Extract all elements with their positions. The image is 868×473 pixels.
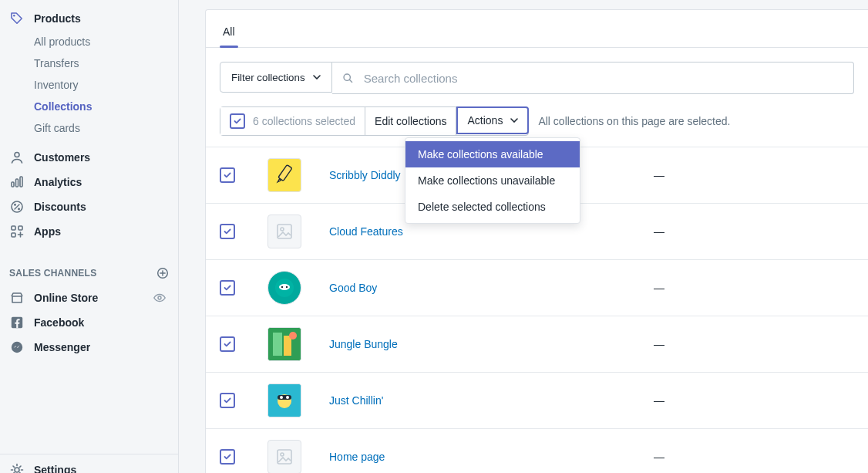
customer-icon	[9, 150, 25, 165]
collection-thumbnail	[267, 440, 301, 473]
sidebar-item-discounts[interactable]: Discounts	[0, 194, 178, 219]
checkbox-all[interactable]	[230, 113, 245, 129]
sidebar-item-products[interactable]: Products	[0, 6, 178, 31]
collection-conditions: —	[640, 204, 868, 260]
collection-link[interactable]: Home page	[329, 451, 385, 463]
dropdown-item-delete[interactable]: Delete selected collections	[405, 194, 580, 220]
svg-point-32	[281, 453, 284, 456]
row-checkbox[interactable]	[220, 449, 235, 465]
row-checkbox[interactable]	[220, 280, 235, 296]
collection-link[interactable]: Jungle Bungle	[329, 338, 398, 350]
search-input[interactable]	[362, 71, 844, 86]
actions-button-label: Actions	[467, 114, 503, 127]
sidebar-item-customers[interactable]: Customers	[0, 145, 178, 170]
sidebar: Products All products Transfers Inventor…	[0, 0, 179, 473]
sidebar-channel-messenger-label: Messenger	[34, 341, 90, 353]
svg-rect-28	[278, 395, 291, 400]
row-checkbox[interactable]	[220, 336, 235, 352]
facebook-icon	[9, 315, 25, 330]
svg-rect-6	[12, 226, 15, 230]
selection-note: All collections on this page are selecte…	[538, 115, 730, 127]
collection-link[interactable]: Scribbly Diddly	[329, 169, 401, 181]
add-channel-icon[interactable]	[155, 265, 170, 281]
main-content: All Filter collections	[179, 0, 868, 473]
caret-down-icon	[313, 75, 321, 79]
collection-thumbnail	[267, 327, 301, 361]
edit-collections-label: Edit collections	[375, 115, 446, 127]
collection-conditions: —	[640, 373, 868, 429]
svg-rect-24	[284, 336, 291, 356]
svg-point-10	[158, 296, 161, 299]
sidebar-sub-collections[interactable]: Collections	[0, 96, 178, 117]
eye-icon[interactable]	[152, 290, 167, 306]
sales-channels-heading-label: SALES CHANNELS	[9, 268, 96, 279]
sidebar-item-settings[interactable]: Settings	[0, 454, 178, 473]
dropdown-item-make-available[interactable]: Make collections available	[405, 141, 580, 167]
selection-count-label: 6 collections selected	[253, 115, 355, 127]
svg-rect-4	[20, 177, 22, 187]
svg-point-19	[279, 284, 290, 290]
sidebar-sub-inventory[interactable]: Inventory	[0, 74, 178, 96]
sidebar-item-apps[interactable]: Apps	[0, 219, 178, 244]
row-checkbox[interactable]	[220, 393, 235, 408]
dropdown-item-make-unavailable[interactable]: Make collections unavailable	[405, 167, 580, 194]
search-icon	[341, 71, 355, 85]
sidebar-sub-gift-cards[interactable]: Gift cards	[0, 117, 178, 139]
sidebar-item-discounts-label: Discounts	[34, 201, 86, 213]
collection-link[interactable]: Just Chillin'	[329, 394, 383, 407]
collection-conditions: —	[640, 260, 868, 316]
sidebar-channel-online-store-label: Online Store	[34, 292, 98, 304]
filter-collections-button[interactable]: Filter collections	[220, 62, 332, 93]
sidebar-item-analytics-label: Analytics	[34, 176, 82, 188]
svg-point-13	[15, 468, 19, 472]
analytics-icon	[9, 174, 25, 190]
sales-channels-heading: SALES CHANNELS	[0, 261, 178, 285]
sidebar-channel-online-store[interactable]: Online Store	[0, 285, 178, 310]
row-checkbox[interactable]	[220, 167, 235, 183]
bulk-action-bar: 6 collections selected Edit collections …	[206, 106, 868, 147]
svg-rect-15	[278, 164, 292, 181]
actions-dropdown: Make collections available Make collecti…	[405, 137, 580, 224]
filter-search-row: Filter collections	[206, 48, 868, 106]
collection-thumbnail	[267, 215, 301, 248]
svg-rect-3	[16, 179, 19, 187]
store-icon	[9, 290, 25, 306]
collection-link[interactable]: Cloud Features	[329, 225, 403, 238]
sidebar-channel-messenger[interactable]: Messenger	[0, 335, 178, 360]
table-row: Home page —	[206, 429, 868, 474]
row-checkbox[interactable]	[220, 224, 235, 239]
filter-collections-label: Filter collections	[231, 72, 305, 83]
collection-thumbnail	[267, 158, 301, 192]
svg-point-25	[289, 332, 297, 340]
svg-rect-23	[273, 333, 282, 356]
table-row: Jungle Bungle —	[206, 316, 868, 373]
svg-point-17	[281, 228, 284, 231]
sidebar-channel-facebook-label: Facebook	[34, 316, 84, 329]
caret-down-icon	[510, 118, 518, 123]
sidebar-sub-all-products[interactable]: All products	[0, 31, 178, 52]
svg-rect-7	[19, 226, 22, 230]
svg-point-1	[15, 153, 19, 157]
collection-conditions: —	[640, 429, 868, 474]
collection-link[interactable]: Good Boy	[329, 282, 377, 294]
svg-point-21	[286, 286, 288, 288]
tab-all[interactable]: All	[217, 15, 241, 47]
discounts-icon	[9, 199, 25, 215]
selection-count-button[interactable]: 6 collections selected	[220, 107, 365, 135]
search-collections-field[interactable]	[332, 62, 854, 94]
actions-button[interactable]: Actions	[456, 106, 529, 134]
sidebar-sub-transfers[interactable]: Transfers	[0, 52, 178, 74]
edit-collections-button[interactable]: Edit collections	[365, 107, 456, 135]
svg-point-20	[281, 286, 283, 288]
svg-rect-8	[12, 233, 15, 237]
svg-point-29	[280, 396, 283, 399]
sidebar-item-analytics[interactable]: Analytics	[0, 170, 178, 194]
tabs: All	[206, 10, 868, 48]
apps-icon	[9, 224, 25, 239]
collection-thumbnail	[267, 383, 301, 417]
sidebar-channel-facebook[interactable]: Facebook	[0, 310, 178, 335]
messenger-icon	[9, 340, 25, 355]
collection-conditions: —	[640, 316, 868, 373]
sidebar-item-settings-label: Settings	[34, 464, 76, 473]
sidebar-item-customers-label: Customers	[34, 151, 90, 164]
